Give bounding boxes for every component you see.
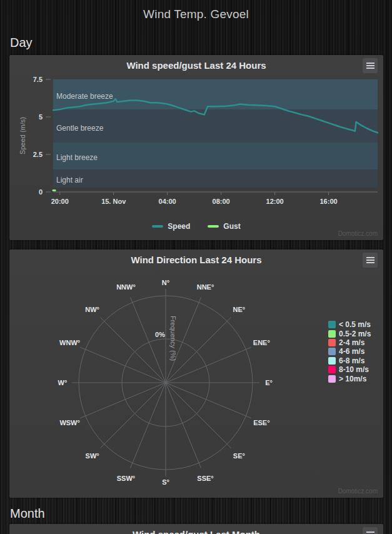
legend-item-gust[interactable]: Gust <box>208 222 240 231</box>
compass-label: WSW° <box>59 419 80 426</box>
x-axis-label: 08:00 <box>213 198 230 205</box>
compass-label: SW° <box>86 452 99 460</box>
month-chart-title: Wind speed/gust Last Month <box>9 529 383 534</box>
legend-swatch <box>328 366 336 373</box>
compass-label: S° <box>162 478 169 486</box>
plot-band <box>53 169 378 188</box>
hamburger-icon <box>366 531 374 534</box>
compass-label: W° <box>58 379 68 386</box>
page-title: Wind Temp. Gevoel <box>0 8 392 21</box>
rose-spoke <box>130 383 166 468</box>
rose-spoke <box>166 383 251 418</box>
legend-label: > 10m/s <box>339 375 366 383</box>
x-axis-label: 16:00 <box>319 198 337 205</box>
compass-label: ESE° <box>253 419 269 426</box>
wind-direction-chart-panel: Wind Direction Last 24 Hours N°NNE°NE°EN… <box>9 249 383 498</box>
legend-swatch <box>328 330 336 338</box>
legend-label: 0.5-2 m/s <box>339 330 371 338</box>
wind-speed-chart: Moderate breezeGentle breezeLight breeze… <box>9 55 383 240</box>
month-chart-panel: Wind speed/gust Last Month <box>9 524 383 534</box>
section-label-month: Month <box>10 506 45 521</box>
y-axis-label: 7.5 <box>33 76 43 83</box>
legend-item[interactable]: 6-8 m/s <box>328 357 371 365</box>
rose-spoke <box>166 383 201 468</box>
legend-label: 6-8 m/s <box>339 356 364 365</box>
chart-context-menu-button[interactable] <box>363 527 378 534</box>
rose-tick-label: 0% <box>155 331 165 338</box>
domoticz-watermark: Domoticz.com <box>338 230 378 237</box>
compass-label: SSE° <box>197 475 213 482</box>
rose-spoke <box>130 297 166 383</box>
rose-spoke <box>80 347 166 383</box>
compass-label: WNW° <box>59 339 80 346</box>
compass-label: NNE° <box>197 283 214 291</box>
plot-band-label: Light air <box>56 176 83 184</box>
legend-item-speed[interactable]: Speed <box>152 222 190 231</box>
plot-band <box>53 143 378 169</box>
compass-label: ENE° <box>253 339 270 346</box>
y-axis-title: Speed (m/s) <box>19 117 26 154</box>
legend-label: 4-6 m/s <box>339 347 364 356</box>
x-axis-label: 12:00 <box>266 198 284 205</box>
wind-speed-chart-panel: Wind speed/gust Last 24 Hours Moderate b… <box>9 55 383 240</box>
plot-band-label: Light breeze <box>56 153 98 162</box>
wind-rose-legend: < 0.5 m/s0.5-2 m/s2-4 m/s4-6 m/s6-8 m/s8… <box>328 321 371 383</box>
plot-band-label: Gentle breeze <box>56 124 104 133</box>
legend-swatch <box>328 339 336 346</box>
compass-label: NW° <box>85 306 99 313</box>
compass-label: N° <box>162 279 169 286</box>
compass-label: E° <box>265 379 273 386</box>
compass-label: NNW° <box>116 283 136 291</box>
legend-item[interactable]: < 0.5 m/s <box>328 321 371 328</box>
legend-item[interactable]: 8-10 m/s <box>328 366 371 373</box>
rose-spoke <box>80 383 166 418</box>
legend-swatch <box>328 321 336 328</box>
legend-swatch <box>328 357 336 365</box>
legend-item[interactable]: 2-4 m/s <box>328 339 371 346</box>
rose-spoke <box>166 383 231 448</box>
legend-label: < 0.5 m/s <box>339 320 371 329</box>
compass-label: NE° <box>233 306 246 313</box>
legend-item[interactable]: > 10m/s <box>328 375 371 382</box>
wind-rose-chart: N°NNE°NE°ENE°E°ESE°SE°SSE°S°SSW°SW°WSW°W… <box>9 249 383 498</box>
legend-item[interactable]: 0.5-2 m/s <box>328 330 371 337</box>
rose-spoke <box>166 347 251 383</box>
x-axis-label: 20:00 <box>51 198 69 205</box>
y-axis-label: 5 <box>39 113 43 121</box>
y-axis-label: 2.5 <box>33 151 43 158</box>
legend-swatch <box>328 375 336 383</box>
section-label-day: Day <box>10 36 33 50</box>
compass-label: SE° <box>233 452 245 460</box>
x-axis-label: 15. Nov <box>101 198 126 205</box>
x-axis-label: 04:00 <box>159 198 176 205</box>
legend-swatch <box>328 348 336 355</box>
y-axis-label: 0 <box>39 188 43 196</box>
legend-label: 8-10 m/s <box>339 365 369 374</box>
rose-spoke <box>100 317 166 383</box>
legend-label: Gust <box>223 222 240 231</box>
plot-band-label: Moderate breeze <box>56 92 113 101</box>
rose-axis-title: Frequency (%) <box>169 316 177 361</box>
domoticz-watermark: Domoticz.com <box>338 488 378 495</box>
wind-speed-chart-legend: SpeedGust <box>9 222 383 231</box>
compass-label: SSW° <box>117 475 135 482</box>
legend-label: 2-4 m/s <box>339 338 364 347</box>
rose-spoke <box>100 383 166 448</box>
legend-swatch <box>208 225 219 228</box>
legend-label: Speed <box>168 222 190 231</box>
legend-item[interactable]: 4-6 m/s <box>328 348 371 355</box>
legend-swatch <box>152 225 163 228</box>
